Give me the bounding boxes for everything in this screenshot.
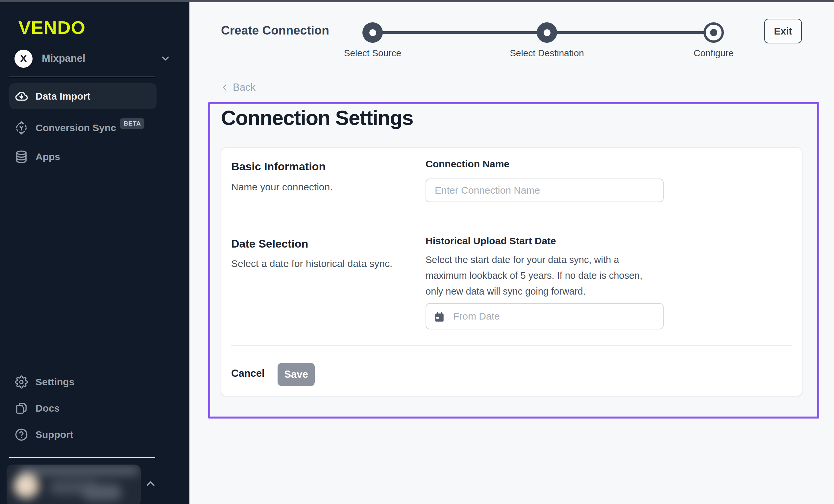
sidebar-item-docs[interactable]: Docs [9, 397, 156, 420]
blurred-user-info [6, 464, 141, 504]
sidebar-divider-top [9, 76, 155, 77]
docs-icon [15, 401, 28, 415]
chevron-left-icon [220, 83, 229, 92]
step-label-select-source: Select Source [307, 48, 438, 59]
sidebar: VENDO X Mixpanel Data Import Conve [0, 2, 190, 504]
connection-name-input[interactable] [425, 178, 664, 202]
avatar [14, 473, 40, 499]
historical-upload-help: Select the start date for your data sync… [425, 252, 653, 299]
step-label-select-destination: Select Destination [481, 48, 613, 59]
vendo-logo: VENDO [18, 17, 86, 38]
workspace-name: Mixpanel [42, 52, 160, 64]
back-label: Back [233, 82, 256, 93]
sidebar-divider-bottom [9, 457, 155, 458]
section-title-date-selection: Date Selection [231, 237, 308, 250]
sidebar-item-label: Settings [36, 376, 74, 388]
stepper-line-1 [381, 31, 539, 34]
step-circle-select-source [363, 22, 383, 43]
sidebar-item-settings[interactable]: Settings [9, 371, 156, 394]
step-circle-select-destination [537, 22, 557, 43]
sidebar-item-label: Docs [36, 403, 60, 414]
sidebar-item-label: Apps [36, 151, 60, 162]
cloud-download-icon [15, 89, 28, 103]
user-account-blurred[interactable] [6, 464, 141, 504]
page-title: Create Connection [221, 24, 329, 38]
sync-icon [15, 121, 28, 135]
stepper-line-2 [554, 31, 706, 34]
calendar-icon [434, 311, 445, 323]
card-divider-1 [231, 217, 792, 217]
section-desc-date-selection: Select a date for historical data sync. [231, 258, 392, 269]
step-circle-configure [703, 22, 724, 43]
sidebar-item-label: Data Import [36, 91, 90, 102]
panel-title: Connection Settings [221, 106, 413, 130]
window-top-strip [0, 0, 834, 2]
step-label-configure: Configure [648, 48, 780, 59]
exit-button[interactable]: Exit [764, 19, 802, 43]
gear-icon [15, 375, 28, 389]
sidebar-item-conversion-sync[interactable]: Conversion Sync BETA [9, 115, 156, 141]
from-date-input[interactable] [425, 303, 664, 329]
save-button[interactable]: Save [278, 363, 315, 386]
section-desc-basic-information: Name your connection. [231, 181, 333, 193]
beta-badge: BETA [120, 118, 145, 129]
help-icon [15, 428, 28, 441]
sidebar-item-label: Conversion Sync [36, 122, 116, 133]
connection-name-label: Connection Name [425, 158, 509, 170]
sidebar-item-apps[interactable]: Apps [9, 144, 156, 170]
mixpanel-logo-icon: X [15, 50, 32, 68]
header-divider [211, 67, 813, 67]
sidebar-item-data-import[interactable]: Data Import [9, 83, 156, 109]
card-divider-2 [231, 345, 792, 346]
cancel-button[interactable]: Cancel [231, 368, 265, 379]
historical-upload-label: Historical Upload Start Date [425, 235, 556, 246]
back-link[interactable]: Back [220, 82, 256, 93]
database-icon [15, 150, 28, 164]
chevron-down-icon [160, 53, 171, 64]
sidebar-item-label: Support [36, 429, 73, 440]
workspace-switcher[interactable]: X Mixpanel [10, 47, 179, 70]
section-title-basic-information: Basic Information [231, 160, 326, 173]
sidebar-item-support[interactable]: Support [9, 423, 156, 446]
chevron-up-icon[interactable] [144, 477, 157, 490]
